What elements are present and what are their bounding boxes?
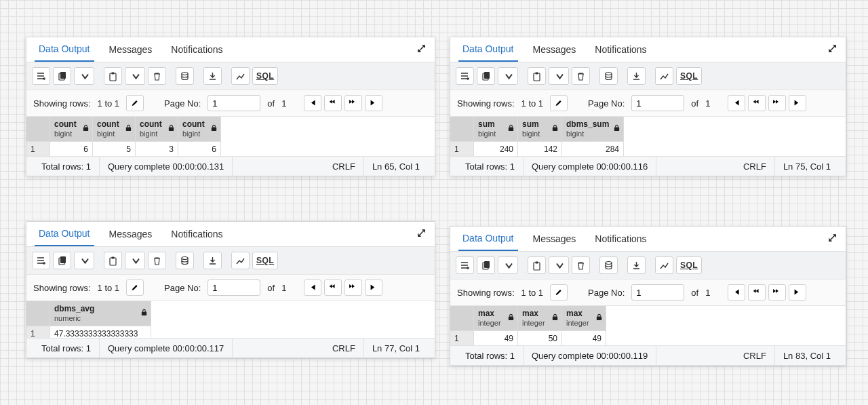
paste-button[interactable] [528,67,546,85]
cell[interactable]: 142 [518,142,562,157]
download-button[interactable] [203,252,222,269]
expand-icon[interactable] [828,233,837,245]
copy-dropdown[interactable] [498,256,518,274]
tab-messages[interactable]: Messages [105,222,157,246]
paste-button[interactable] [104,67,122,85]
add-row-button[interactable] [456,256,474,274]
column-header[interactable]: countbigint [136,117,178,142]
copy-button[interactable] [477,67,495,85]
paste-dropdown[interactable] [125,252,145,269]
sql-button[interactable]: SQL [676,256,702,274]
add-row-button[interactable] [32,252,50,269]
download-button[interactable] [627,67,646,85]
save-data-button[interactable] [176,252,194,269]
table-row[interactable]: 1240142284 [450,142,624,157]
delete-button[interactable] [148,67,166,85]
cell[interactable]: 49 [562,331,606,346]
last-page-button[interactable] [789,284,806,301]
last-page-button[interactable] [789,95,806,111]
cell[interactable]: 6 [178,142,221,157]
column-header[interactable]: countbigint [93,117,136,142]
column-header[interactable]: dbms_sumbigint [562,117,624,142]
sql-button[interactable]: SQL [676,67,702,85]
tab-notifications[interactable]: Notifications [167,222,226,246]
add-row-button[interactable] [456,67,474,85]
cell[interactable]: 240 [474,142,518,157]
delete-button[interactable] [148,252,166,269]
last-page-button[interactable] [365,95,382,111]
first-page-button[interactable] [304,95,321,111]
column-header[interactable]: countbigint [178,117,221,142]
paste-dropdown[interactable] [549,256,569,274]
table-row[interactable]: 1495049 [450,331,606,346]
first-page-button[interactable] [728,95,745,111]
next-page-button[interactable] [768,95,786,111]
copy-button[interactable] [53,252,71,269]
expand-icon[interactable] [828,44,837,56]
expand-icon[interactable] [417,229,427,240]
save-data-button[interactable] [176,67,194,85]
edit-rows-button[interactable] [126,95,144,111]
expand-icon[interactable] [417,44,427,56]
page-no-input[interactable] [208,279,260,296]
paste-dropdown[interactable] [549,67,569,85]
column-header[interactable]: maxinteger [474,306,518,331]
table-row[interactable]: 147.3333333333333333 [26,326,151,339]
tab-messages[interactable]: Messages [529,227,580,251]
last-page-button[interactable] [365,279,382,296]
copy-dropdown[interactable] [74,67,94,85]
data-grid[interactable]: sumbigintsumbigintdbms_sumbigint12401422… [450,117,846,156]
tab-messages[interactable]: Messages [105,37,157,62]
chart-button[interactable] [655,256,673,274]
data-grid[interactable]: countbigintcountbigintcountbigintcountbi… [26,117,435,156]
column-header[interactable]: sumbigint [518,117,562,142]
copy-button[interactable] [53,67,71,85]
prev-page-button[interactable] [324,279,342,296]
data-grid[interactable]: dbms_avgnumeric147.3333333333333333 [26,301,435,338]
next-page-button[interactable] [344,95,362,111]
column-header[interactable]: dbms_avgnumeric [50,301,151,326]
tab-data-output[interactable]: Data Output [35,37,94,62]
delete-button[interactable] [572,256,590,274]
copy-button[interactable] [477,256,495,274]
page-no-input[interactable] [631,284,684,301]
table-row[interactable]: 16536 [26,142,221,157]
tab-notifications[interactable]: Notifications [591,227,650,251]
next-page-button[interactable] [344,279,362,296]
page-no-input[interactable] [631,95,684,111]
copy-dropdown[interactable] [498,67,518,85]
data-grid[interactable]: maxintegermaxintegermaxinteger1495049 [450,306,846,345]
copy-dropdown[interactable] [74,252,94,269]
first-page-button[interactable] [304,279,321,296]
paste-button[interactable] [528,256,546,274]
delete-button[interactable] [572,67,590,85]
cell[interactable]: 50 [518,331,562,346]
tab-data-output[interactable]: Data Output [458,37,518,62]
edit-rows-button[interactable] [550,284,568,301]
page-no-input[interactable] [208,95,260,111]
chart-button[interactable] [655,67,673,85]
tab-messages[interactable]: Messages [529,37,580,62]
prev-page-button[interactable] [324,95,342,111]
cell[interactable]: 3 [136,142,178,157]
column-header[interactable]: sumbigint [474,117,518,142]
cell[interactable]: 6 [50,142,93,157]
column-header[interactable]: maxinteger [562,306,606,331]
column-header[interactable]: countbigint [50,117,93,142]
add-row-button[interactable] [32,67,50,85]
prev-page-button[interactable] [748,95,766,111]
cell[interactable]: 49 [474,331,518,346]
sql-button[interactable]: SQL [252,67,278,85]
sql-button[interactable]: SQL [252,252,278,269]
prev-page-button[interactable] [748,284,766,301]
save-data-button[interactable] [599,67,618,85]
save-data-button[interactable] [599,256,618,274]
cell[interactable]: 5 [93,142,136,157]
tab-data-output[interactable]: Data Output [35,222,94,246]
edit-rows-button[interactable] [550,95,568,111]
cell[interactable]: 284 [562,142,624,157]
download-button[interactable] [203,67,222,85]
cell[interactable]: 47.3333333333333333 [50,326,151,339]
download-button[interactable] [627,256,646,274]
edit-rows-button[interactable] [126,279,144,296]
